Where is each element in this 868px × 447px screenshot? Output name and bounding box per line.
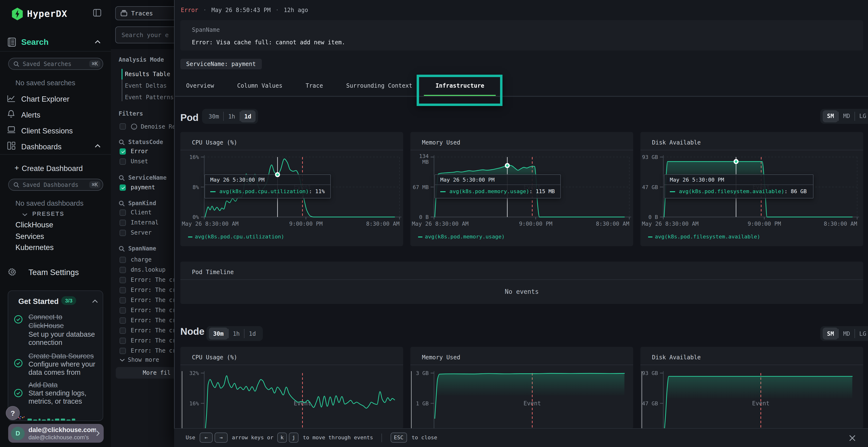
sidebar-item-team-settings[interactable]: Team Settings xyxy=(28,268,79,277)
filter-item-label[interactable]: Client xyxy=(131,209,152,216)
filter-checkbox-internal[interactable] xyxy=(120,220,126,226)
sidebar: HyperDX Search Saved Searches ⌘K No save… xyxy=(0,0,111,447)
filter-item-label[interactable]: Error: The cr xyxy=(131,307,174,314)
mode-event-patterns[interactable]: Event Patterns xyxy=(125,94,174,101)
filter-item-label[interactable]: Server xyxy=(131,229,152,236)
sidebar-item-client-sessions[interactable]: Client Sessions xyxy=(21,127,73,135)
node-range-30m[interactable]: 30m xyxy=(209,328,228,340)
filter-checkbox-server[interactable] xyxy=(120,230,126,236)
filter-item-label[interactable]: Internal xyxy=(131,219,159,226)
node-range-1h[interactable]: 1h xyxy=(228,328,244,340)
filter-item-label[interactable]: Unset xyxy=(131,158,148,165)
saved-dashboards-input[interactable]: Saved Dashboards ⌘K xyxy=(8,179,103,191)
filter-checkbox-charge[interactable] xyxy=(120,257,126,263)
pod-range-1h[interactable]: 1h xyxy=(224,110,240,122)
filter-item-label[interactable]: Error: The cr xyxy=(131,337,174,344)
chevron-up-icon[interactable] xyxy=(94,144,101,148)
filter-item-label[interactable]: payment xyxy=(131,184,155,191)
chart-legend-pod-cpu: avg(k8s.pod.cpu.utilization) xyxy=(188,234,284,240)
filter-checkbox-error-the-cr[interactable] xyxy=(120,338,126,344)
close-icon[interactable] xyxy=(849,435,856,441)
node-size-sm[interactable]: SM xyxy=(823,328,838,340)
y-tick-label: 47 GB xyxy=(642,184,658,190)
filter-item-label[interactable]: Error: The cr xyxy=(131,317,174,324)
pod-size-lg[interactable]: LG xyxy=(855,110,868,122)
pod-section-title: Pod xyxy=(180,112,199,123)
create-dashboard-button[interactable]: Create Dashboard xyxy=(22,164,83,173)
arrow-right-key[interactable]: → xyxy=(215,433,227,443)
filter-item-label[interactable]: charge xyxy=(131,256,152,263)
tab-trace[interactable]: Trace xyxy=(294,75,334,96)
filter-checkbox-error-the-cr[interactable] xyxy=(120,297,126,304)
sidebar-item-search[interactable]: Search xyxy=(21,38,49,47)
arrow-left-key[interactable]: ← xyxy=(199,433,213,443)
chart-legend-pod-mem: avg(k8s.pod.memory.usage) xyxy=(418,234,505,240)
sidebar-item-services[interactable]: Services xyxy=(16,232,44,241)
sidebar-item-chart-explorer[interactable]: Chart Explorer xyxy=(21,95,69,104)
filter-item-label[interactable]: Error xyxy=(131,148,148,154)
analysis-mode-label: Analysis Mode xyxy=(119,56,164,63)
j-key[interactable]: j xyxy=(289,433,299,443)
filter-item-label[interactable]: Error: The cr xyxy=(131,276,174,283)
filter-checkbox-error-the-cr[interactable] xyxy=(120,287,126,294)
sidebar-item-dashboards[interactable]: Dashboards xyxy=(21,143,61,151)
filter-checkbox-dns-lookup[interactable] xyxy=(120,267,126,273)
filter-checkbox-error-the-cr[interactable] xyxy=(120,277,126,283)
pod-size-md[interactable]: MD xyxy=(839,110,855,122)
mode-results-table[interactable]: Results Table xyxy=(125,71,170,77)
event-search-input[interactable]: Search your e xyxy=(115,27,174,43)
filter-item-label[interactable]: Error: The cr xyxy=(131,327,174,334)
tab-column-values[interactable]: Column Values xyxy=(226,75,294,96)
presets-label[interactable]: PRESETS xyxy=(32,210,64,217)
filter-checkbox-error-the-cr[interactable] xyxy=(120,317,126,324)
tooltip-value: : 86 GB xyxy=(784,188,807,195)
esc-key[interactable]: ESC xyxy=(390,433,407,443)
node-size-md[interactable]: MD xyxy=(839,328,855,340)
event-details-panel: Error · May 26 8:50:43 PM · 12h ago Span… xyxy=(174,0,868,447)
chevron-up-icon[interactable] xyxy=(92,300,98,303)
tab-overview[interactable]: Overview xyxy=(175,75,226,96)
help-button[interactable]: ? xyxy=(6,406,20,420)
show-more-button[interactable]: Show more xyxy=(120,356,159,363)
collapse-sidebar-icon[interactable] xyxy=(93,9,101,17)
filter-item-label[interactable]: Error: The cr xyxy=(131,347,174,354)
user-menu[interactable]: D dale@clickhouse.com dale@clickhouse.co… xyxy=(8,424,104,443)
pod-range-30m[interactable]: 30m xyxy=(204,110,223,122)
sidebar-item-alerts[interactable]: Alerts xyxy=(21,111,40,119)
filter-checkbox-error-the-cr[interactable] xyxy=(120,307,126,314)
chevron-down-icon[interactable] xyxy=(22,213,28,216)
filter-checkbox-client[interactable] xyxy=(120,209,126,216)
denoise-label[interactable]: Denoise Re xyxy=(141,123,174,130)
pod-size-sm[interactable]: SM xyxy=(823,110,838,122)
sidebar-item-clickhouse[interactable]: ClickHouse xyxy=(16,220,53,229)
chart-node-disk[interactable]: 93 GB47 GBEvent xyxy=(641,347,863,428)
filter-checkbox-error-the-cr[interactable] xyxy=(120,348,126,354)
search-filters-column: Traces Search your e Analysis Mode Resul… xyxy=(111,0,174,447)
alerts-bell-icon xyxy=(7,110,15,118)
node-size-lg[interactable]: LG xyxy=(855,328,868,340)
saved-searches-input[interactable]: Saved Searches ⌘K xyxy=(8,58,103,70)
y-tick-label: 93 GB xyxy=(642,370,658,376)
filter-checkbox-unset[interactable] xyxy=(120,159,126,165)
filter-item-label[interactable]: Error: The cr xyxy=(131,297,174,304)
filter-item-label[interactable]: dns.lookup xyxy=(131,266,166,273)
k-key[interactable]: k xyxy=(277,433,287,443)
chevron-up-icon[interactable] xyxy=(94,40,101,44)
denoise-checkbox[interactable] xyxy=(120,123,126,130)
pod-range-1d[interactable]: 1d xyxy=(240,110,255,122)
chart-node-mem[interactable]: 3 GB1 GBEvent xyxy=(410,347,633,428)
source-select[interactable]: Traces xyxy=(115,6,174,20)
filter-checkbox-error[interactable] xyxy=(120,148,126,154)
filter-checkbox-error-the-cr[interactable] xyxy=(120,328,126,334)
node-range-1d[interactable]: 1d xyxy=(245,328,260,340)
tab-surrounding-context[interactable]: Surrounding Context xyxy=(335,75,424,96)
mode-event-deltas[interactable]: Event Deltas xyxy=(125,82,166,89)
filter-checkbox-payment[interactable] xyxy=(120,184,126,191)
service-name-tag[interactable]: ServiceName: payment xyxy=(180,59,261,69)
no-saved-searches-note: No saved searches xyxy=(16,79,75,87)
more-filters-button[interactable]: More fil xyxy=(116,367,174,379)
chart-node-cpu[interactable]: 32%16%Event xyxy=(180,347,403,428)
filter-item-label[interactable]: Error: The cr xyxy=(131,286,174,294)
sidebar-item-kubernetes[interactable]: Kubernetes xyxy=(16,243,54,252)
chart-card-pod-cpu: CPU Usage (%)16%8%0%May 26 8:30:00 AM9:0… xyxy=(180,132,403,246)
